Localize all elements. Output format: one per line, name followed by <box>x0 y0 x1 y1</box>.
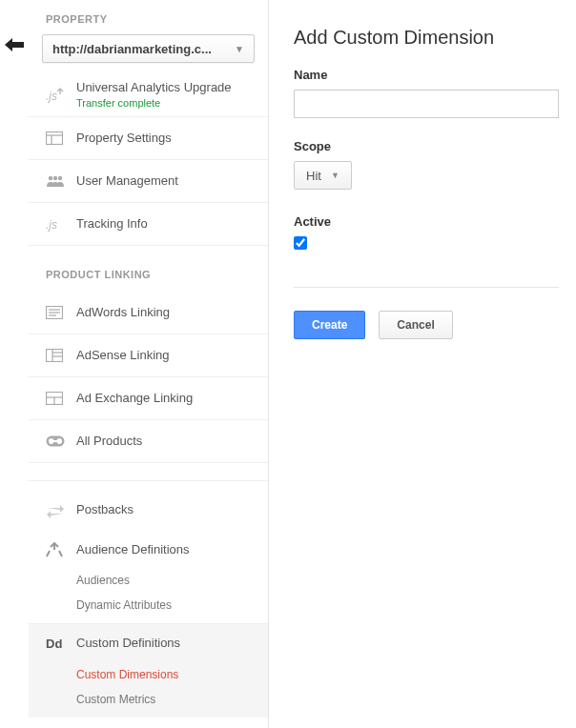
page-title: Add Custom Dimension <box>294 27 559 49</box>
ad-exchange-icon <box>46 392 71 405</box>
property-selector[interactable]: http://dabrianmarketing.c... ▼ <box>42 34 255 63</box>
nav-user-management[interactable]: User Management <box>29 160 268 203</box>
postbacks-icon <box>46 503 71 518</box>
nav-label: Audience Definitions <box>71 542 190 558</box>
nav-label: All Products <box>71 434 142 450</box>
divider <box>294 287 559 288</box>
sidebar: PROPERTY http://dabrianmarketing.c... ▼ … <box>29 0 269 728</box>
svg-point-6 <box>58 176 62 180</box>
nav-label: AdSense Linking <box>71 348 170 364</box>
nav-all-products[interactable]: All Products <box>29 420 268 463</box>
nav-adsense-linking[interactable]: AdSense Linking <box>29 334 268 377</box>
adsense-icon <box>46 349 71 362</box>
users-icon <box>46 174 71 188</box>
nav-label: Universal Analytics Upgrade <box>76 80 232 96</box>
back-button[interactable] <box>4 36 25 53</box>
nav-label: Tracking Info <box>71 216 148 233</box>
sub-dynamic-attributes[interactable]: Dynamic Attributes <box>29 593 268 617</box>
nav-label: Ad Exchange Linking <box>71 391 193 407</box>
adwords-icon <box>46 306 71 319</box>
svg-text:.js: .js <box>46 90 57 103</box>
create-button[interactable]: Create <box>294 311 365 339</box>
svg-rect-22 <box>51 440 59 442</box>
audience-icon <box>46 542 71 557</box>
sub-custom-metrics[interactable]: Custom Metrics <box>29 687 268 712</box>
nav-audience-definitions[interactable]: Audience Definitions <box>29 532 268 568</box>
caret-down-icon: ▼ <box>331 171 339 180</box>
link-icon <box>46 435 71 447</box>
sub-custom-dimensions[interactable]: Custom Dimensions <box>29 662 268 687</box>
nav-custom-definitions[interactable]: Dd Custom Definitions <box>29 624 268 662</box>
nav-tracking-info[interactable]: .js Tracking Info <box>29 203 268 246</box>
product-linking-header: PRODUCT LINKING <box>29 246 268 292</box>
sub-audiences[interactable]: Audiences <box>29 568 268 593</box>
layout-icon <box>46 131 71 145</box>
nav-adwords-linking[interactable]: AdWords Linking <box>29 292 268 334</box>
scope-value: Hit <box>306 169 321 183</box>
scope-select[interactable]: Hit ▼ <box>294 161 352 190</box>
svg-rect-1 <box>47 132 63 145</box>
js-upgrade-icon: .js <box>46 87 71 104</box>
nav-label: Custom Definitions <box>71 636 180 652</box>
name-input[interactable] <box>294 90 559 118</box>
active-label: Active <box>294 214 559 229</box>
nav-label: AdWords Linking <box>71 305 170 321</box>
svg-text:.js: .js <box>46 218 57 232</box>
name-label: Name <box>294 68 559 82</box>
nav-sublabel: Transfer complete <box>76 96 232 110</box>
scope-label: Scope <box>294 139 559 153</box>
dd-icon: Dd <box>46 637 71 651</box>
js-icon: .js <box>46 216 71 232</box>
nav-postbacks[interactable]: Postbacks <box>29 489 268 532</box>
nav-ad-exchange-linking[interactable]: Ad Exchange Linking <box>29 377 268 420</box>
svg-rect-12 <box>47 350 63 362</box>
cancel-button[interactable]: Cancel <box>379 311 452 339</box>
nav-universal-upgrade[interactable]: .js Universal Analytics Upgrade Transfer… <box>29 74 268 117</box>
property-selector-label: http://dabrianmarketing.c... <box>52 42 229 56</box>
active-checkbox[interactable] <box>294 236 307 250</box>
nav-label: User Management <box>71 173 178 190</box>
nav-label: Postbacks <box>71 502 134 518</box>
svg-point-5 <box>53 176 57 180</box>
nav-label: Property Settings <box>71 131 172 147</box>
main-panel: Add Custom Dimension Name Scope Hit ▼ Ac… <box>269 0 576 728</box>
property-header: PROPERTY <box>29 10 268 34</box>
caret-down-icon: ▼ <box>235 44 244 54</box>
nav-property-settings[interactable]: Property Settings <box>29 117 268 160</box>
svg-point-4 <box>49 176 52 180</box>
